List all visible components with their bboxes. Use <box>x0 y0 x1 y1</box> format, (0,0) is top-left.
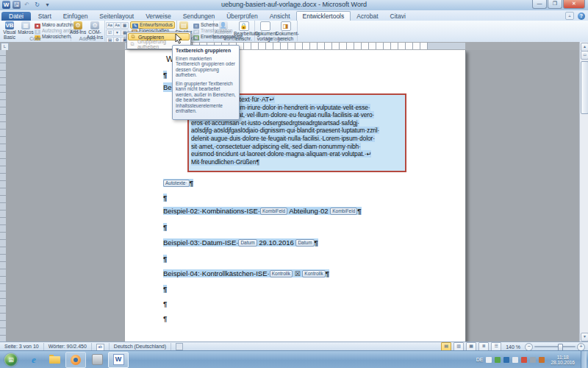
group-addins: ⚙ Add-Ins ⚙ COM-Add-Ins Add-Ins <box>71 21 105 41</box>
tab-acrobat[interactable]: Acrobat <box>351 12 384 21</box>
ribbon-tab-row: Datei Start Einfügen Seitenlayout Verwei… <box>0 10 588 21</box>
vertical-scrollbar[interactable]: ▲ ▭ ▼ <box>579 42 588 342</box>
ruler-toggle-icon[interactable]: ▭ <box>581 51 588 60</box>
ungroup-icon <box>129 41 135 47</box>
tab-sendungen[interactable]: Sendungen <box>177 12 221 21</box>
kontrollk-end-tag[interactable]: Kontrollk <box>302 270 325 277</box>
zoom-in-icon[interactable]: + <box>577 343 585 351</box>
autotexte-control[interactable]: Autotexte· <box>163 180 190 187</box>
tab-citavi[interactable]: Citavi <box>384 12 412 21</box>
gruppieren-tooltip: Textbereich gruppieren Einen markierten … <box>172 45 240 120</box>
paragraph-mark: ¶ <box>163 300 167 308</box>
system-tray: DE 11:18 28.10.2016 <box>476 351 588 368</box>
paragraph-mark: ¶ <box>163 255 167 263</box>
help-icon[interactable] <box>578 13 585 20</box>
group-label-schuetzen: Schützen <box>213 36 254 41</box>
group-icon <box>130 34 136 40</box>
picture-control-icon[interactable]: ▦ <box>121 22 129 29</box>
textbox-line: eros·et·accumsan·et·iusto·odsergtsedrgts… <box>191 119 359 127</box>
tab-start[interactable]: Start <box>32 12 57 21</box>
textbox-line: sit·amet,·consectetuer·adipiscing·elit,·… <box>191 143 361 150</box>
minimize-button[interactable]: — <box>532 0 547 9</box>
tray-icon[interactable] <box>486 357 492 363</box>
textbox-line: aölsdjfg·aösldjfgaslödjaio·dignissim·qui… <box>191 127 379 134</box>
kombifeld-end-tag[interactable]: KombiFeld <box>330 208 357 215</box>
spellcheck-indicator[interactable]: ab <box>92 343 110 350</box>
kombifeld-value[interactable]: Abteilung·02 <box>289 207 328 215</box>
paragraph-mark: ¶ <box>163 314 167 322</box>
scroll-down-icon[interactable]: ▼ <box>581 333 588 342</box>
language-indicator[interactable]: Deutsch (Deutschland) <box>110 343 171 350</box>
tab-ansicht[interactable]: Ansicht <box>264 12 296 21</box>
tray-clock[interactable]: 11:18 28.10.2016 <box>548 355 578 365</box>
datum-start-tag[interactable]: Datum <box>238 239 257 247</box>
taskbar-ie-icon[interactable] <box>24 353 43 367</box>
makros-button[interactable]: ▦ Makros <box>18 21 34 35</box>
mouse-cursor <box>175 34 182 44</box>
paragraph-mark: ¶ <box>163 194 167 202</box>
taskbar-media-icon[interactable] <box>87 353 107 367</box>
word-count[interactable]: Wörter: 90/2.450 <box>44 343 92 350</box>
tray-icon[interactable] <box>539 357 545 363</box>
example-04-label: Beispiel·04:·Kontrollkästchen-ISE· <box>163 269 270 277</box>
start-button[interactable] <box>4 353 18 367</box>
paragraph-mark: ¶ <box>163 223 167 231</box>
tab-einfuegen[interactable]: Einfügen <box>57 12 94 21</box>
textbox-line: euismod·tincidunt·ut·laoreet·dolore·magn… <box>191 150 371 158</box>
tab-entwicklertools[interactable]: Entwicklertools <box>296 11 351 21</box>
makros-icon: ▦ <box>21 21 30 29</box>
tray-icon[interactable] <box>512 357 518 363</box>
taskbar-firefox-icon[interactable] <box>65 352 86 368</box>
title-bar: W uebung-basiert-auf-vorlage.docx - Micr… <box>0 0 588 11</box>
taskbar: W DE 11:18 28.10.2016 <box>0 350 588 368</box>
clock-time: 11:18 <box>557 355 569 360</box>
tooltip-title: Textbereich gruppieren <box>176 48 236 54</box>
zoom-slider-track[interactable] <box>534 346 576 347</box>
datum-end-tag[interactable]: Datum <box>295 239 314 247</box>
tray-language-indicator[interactable]: DE <box>476 357 484 362</box>
vertical-ruler[interactable] <box>0 50 6 342</box>
ribbon: VB Visual Basic ▦ Makros ●Makro aufzchn.… <box>0 21 588 43</box>
tray-icon[interactable] <box>521 357 527 363</box>
horizontal-ruler[interactable]: L <box>0 42 580 50</box>
taskbar-word-icon[interactable]: W <box>108 352 129 368</box>
paragraph-mark: ¶ <box>190 179 193 187</box>
document-template-icon: W <box>260 21 270 31</box>
com-addins-icon: ⚙ <box>90 21 99 29</box>
show-desktop-button[interactable] <box>581 351 587 368</box>
page-indicator[interactable]: Seite: 3 von 10 <box>0 343 44 350</box>
tab-ueberpruefen[interactable]: Überprüfen <box>220 12 264 21</box>
tray-icon[interactable] <box>530 357 536 363</box>
zoom-level[interactable]: 140 % <box>503 344 523 350</box>
block-authors-icon: 👤 <box>219 21 228 29</box>
tab-seitenlayout[interactable]: Seitenlayout <box>93 12 140 21</box>
datum-value[interactable]: 29.10.2016 <box>259 238 294 247</box>
addins-button[interactable]: ⚙ Add-Ins <box>69 21 87 35</box>
checkbox-control[interactable]: ☒ <box>295 269 301 279</box>
scrollbar-thumb[interactable] <box>581 61 588 114</box>
close-button[interactable]: ✕ <box>563 0 585 9</box>
group-label-vorlagen: Vorlagen <box>254 36 297 41</box>
document-area: W ¶ Be¶ Autotexte Beispieltext·für·AT↵ D… <box>6 50 580 342</box>
kontrollk-start-tag[interactable]: Kontrollk <box>270 270 293 277</box>
tray-icon[interactable] <box>495 357 501 363</box>
kombifeld-start-tag[interactable]: KombiFeld <box>260 208 287 215</box>
minimize-ribbon-icon[interactable] <box>565 12 574 20</box>
zoom-slider: − + <box>525 343 585 351</box>
maximize-button[interactable]: ❐ <box>548 0 562 9</box>
addins-icon: ⚙ <box>74 21 82 29</box>
structure-icon: ▤ <box>179 21 188 29</box>
document-panel-icon: ◨ <box>281 21 291 31</box>
insert-mode-indicator[interactable] <box>171 343 187 350</box>
taskbar-explorer-icon[interactable] <box>45 353 64 367</box>
group-schuetzen: 👤 Autoren blockieren 🔒 Bearbeitung einsc… <box>213 21 255 41</box>
tray-icon[interactable] <box>503 357 509 363</box>
paragraph-mark: ¶ <box>357 207 361 215</box>
tab-verweise[interactable]: Verweise <box>140 12 177 21</box>
tab-datei[interactable]: Datei <box>1 12 31 21</box>
clock-date: 28.10.2016 <box>551 360 575 365</box>
restrict-editing-icon: 🔒 <box>239 21 249 31</box>
paragraph-mark: ¶ <box>163 285 167 293</box>
zoom-out-icon[interactable]: − <box>525 343 533 351</box>
visual-basic-icon: VB <box>5 21 14 29</box>
